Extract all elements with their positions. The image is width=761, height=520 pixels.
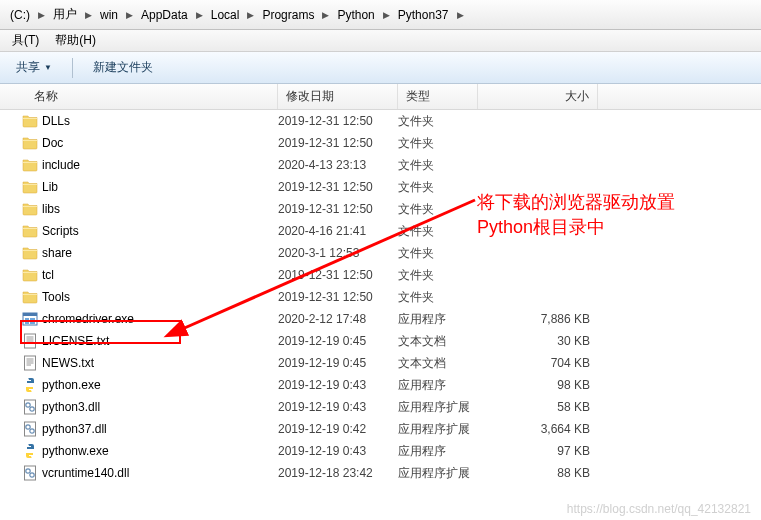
breadcrumb-item[interactable]: Local — [205, 0, 246, 29]
file-type: 文件夹 — [398, 113, 478, 130]
python-icon — [22, 443, 38, 459]
chevron-right-icon[interactable]: ▶ — [381, 10, 392, 20]
file-size: 58 KB — [478, 400, 598, 414]
folder-icon — [22, 135, 38, 151]
svg-point-25 — [31, 456, 32, 457]
file-type: 文件夹 — [398, 245, 478, 262]
dropdown-icon: ▼ — [44, 63, 52, 72]
chevron-right-icon[interactable]: ▶ — [455, 10, 466, 20]
file-type: 应用程序扩展 — [398, 465, 478, 482]
file-date: 2019-12-19 0:42 — [278, 422, 398, 436]
file-date: 2019-12-31 12:50 — [278, 202, 398, 216]
column-type[interactable]: 类型 — [398, 84, 478, 109]
file-row[interactable]: LICENSE.txt2019-12-19 0:45文本文档30 KB — [0, 330, 761, 352]
file-name: Scripts — [42, 224, 79, 238]
file-row[interactable]: include2020-4-13 23:13文件夹 — [0, 154, 761, 176]
file-row[interactable]: share2020-3-1 12:53文件夹 — [0, 242, 761, 264]
dll-icon — [22, 465, 38, 481]
breadcrumb-item[interactable]: win — [94, 0, 124, 29]
file-date: 2019-12-18 23:42 — [278, 466, 398, 480]
folder-icon — [22, 267, 38, 283]
address-bar[interactable]: (C:) ▶ 用户 ▶ win ▶ AppData ▶ Local ▶ Prog… — [0, 0, 761, 30]
column-size[interactable]: 大小 — [478, 84, 598, 109]
file-name: include — [42, 158, 80, 172]
folder-icon — [22, 223, 38, 239]
file-row[interactable]: vcruntime140.dll2019-12-18 23:42应用程序扩展88… — [0, 462, 761, 484]
chevron-right-icon[interactable]: ▶ — [36, 10, 47, 20]
breadcrumb-item[interactable]: AppData — [135, 0, 194, 29]
file-date: 2019-12-31 12:50 — [278, 114, 398, 128]
file-row[interactable]: NEWS.txt2019-12-19 0:45文本文档704 KB — [0, 352, 761, 374]
svg-point-17 — [31, 390, 32, 391]
file-date: 2019-12-19 0:45 — [278, 334, 398, 348]
file-row[interactable]: DLLs2019-12-31 12:50文件夹 — [0, 110, 761, 132]
file-row[interactable]: python3.dll2019-12-19 0:43应用程序扩展58 KB — [0, 396, 761, 418]
breadcrumb-item[interactable]: Programs — [256, 0, 320, 29]
file-list: DLLs2019-12-31 12:50文件夹Doc2019-12-31 12:… — [0, 110, 761, 484]
file-size: 88 KB — [478, 466, 598, 480]
file-row[interactable]: python.exe2019-12-19 0:43应用程序98 KB — [0, 374, 761, 396]
file-date: 2019-12-19 0:43 — [278, 444, 398, 458]
file-row[interactable]: pythonw.exe2019-12-19 0:43应用程序97 KB — [0, 440, 761, 462]
file-row[interactable]: Scripts2020-4-16 21:41文件夹 — [0, 220, 761, 242]
file-row[interactable]: libs2019-12-31 12:50文件夹 — [0, 198, 761, 220]
breadcrumb-item[interactable]: 用户 — [47, 0, 83, 29]
breadcrumb-item[interactable]: Python37 — [392, 0, 455, 29]
file-date: 2019-12-31 12:50 — [278, 290, 398, 304]
svg-point-16 — [28, 379, 29, 380]
file-type: 应用程序 — [398, 311, 478, 328]
folder-icon — [22, 157, 38, 173]
file-size: 98 KB — [478, 378, 598, 392]
txt-icon — [22, 333, 38, 349]
folder-icon — [22, 179, 38, 195]
new-folder-button[interactable]: 新建文件夹 — [85, 55, 161, 80]
column-name[interactable]: 名称 — [0, 84, 278, 109]
file-type: 文本文档 — [398, 333, 478, 350]
chevron-right-icon[interactable]: ▶ — [245, 10, 256, 20]
file-row[interactable]: Tools2019-12-31 12:50文件夹 — [0, 286, 761, 308]
svg-rect-2 — [25, 318, 29, 321]
file-row[interactable]: tcl2019-12-31 12:50文件夹 — [0, 264, 761, 286]
file-size: 97 KB — [478, 444, 598, 458]
chevron-right-icon[interactable]: ▶ — [124, 10, 135, 20]
file-date: 2019-12-19 0:45 — [278, 356, 398, 370]
menu-bar: 具(T) 帮助(H) — [0, 30, 761, 52]
separator — [72, 58, 73, 78]
column-date[interactable]: 修改日期 — [278, 84, 398, 109]
file-date: 2019-12-31 12:50 — [278, 268, 398, 282]
file-type: 应用程序扩展 — [398, 421, 478, 438]
dll-icon — [22, 421, 38, 437]
chevron-right-icon[interactable]: ▶ — [83, 10, 94, 20]
svg-rect-3 — [30, 318, 35, 321]
file-name: Doc — [42, 136, 63, 150]
watermark: https://blog.csdn.net/qq_42132821 — [567, 502, 751, 516]
file-row[interactable]: Lib2019-12-31 12:50文件夹 — [0, 176, 761, 198]
file-date: 2019-12-19 0:43 — [278, 378, 398, 392]
python-icon — [22, 377, 38, 393]
file-date: 2019-12-31 12:50 — [278, 180, 398, 194]
file-size: 704 KB — [478, 356, 598, 370]
column-headers: 名称 修改日期 类型 大小 — [0, 84, 761, 110]
file-type: 文件夹 — [398, 223, 478, 240]
file-name: libs — [42, 202, 60, 216]
chevron-right-icon[interactable]: ▶ — [320, 10, 331, 20]
file-row[interactable]: chromedriver.exe2020-2-12 17:48应用程序7,886… — [0, 308, 761, 330]
file-size: 7,886 KB — [478, 312, 598, 326]
file-type: 文件夹 — [398, 267, 478, 284]
file-row[interactable]: Doc2019-12-31 12:50文件夹 — [0, 132, 761, 154]
menu-help[interactable]: 帮助(H) — [47, 30, 104, 51]
dll-icon — [22, 399, 38, 415]
file-row[interactable]: python37.dll2019-12-19 0:42应用程序扩展3,664 K… — [0, 418, 761, 440]
file-name: python.exe — [42, 378, 101, 392]
svg-rect-4 — [25, 322, 29, 325]
breadcrumb-drive[interactable]: (C:) — [4, 0, 36, 29]
chevron-right-icon[interactable]: ▶ — [194, 10, 205, 20]
file-type: 文件夹 — [398, 157, 478, 174]
file-name: DLLs — [42, 114, 70, 128]
file-date: 2019-12-19 0:43 — [278, 400, 398, 414]
share-button[interactable]: 共享▼ — [8, 55, 60, 80]
file-name: Tools — [42, 290, 70, 304]
breadcrumb-item[interactable]: Python — [331, 0, 380, 29]
menu-tools[interactable]: 具(T) — [4, 30, 47, 51]
file-type: 文件夹 — [398, 179, 478, 196]
